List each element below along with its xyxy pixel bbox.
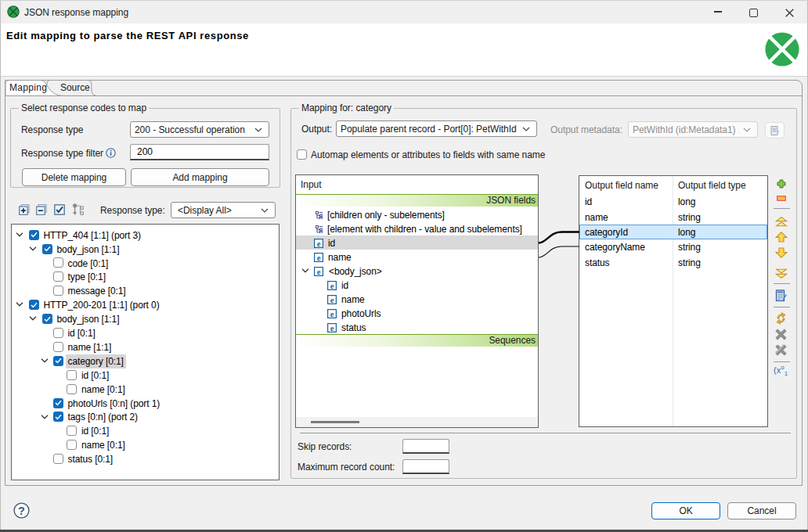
- svg-text:e: e: [330, 309, 334, 318]
- svg-text:?: ?: [18, 505, 25, 517]
- svg-text:e: e: [317, 253, 321, 261]
- svg-text:e: e: [317, 267, 321, 275]
- svg-text:e: e: [317, 239, 321, 247]
- svg-text:e: e: [330, 323, 334, 332]
- svg-text:e: e: [330, 281, 334, 289]
- svg-text:e: e: [330, 295, 334, 304]
